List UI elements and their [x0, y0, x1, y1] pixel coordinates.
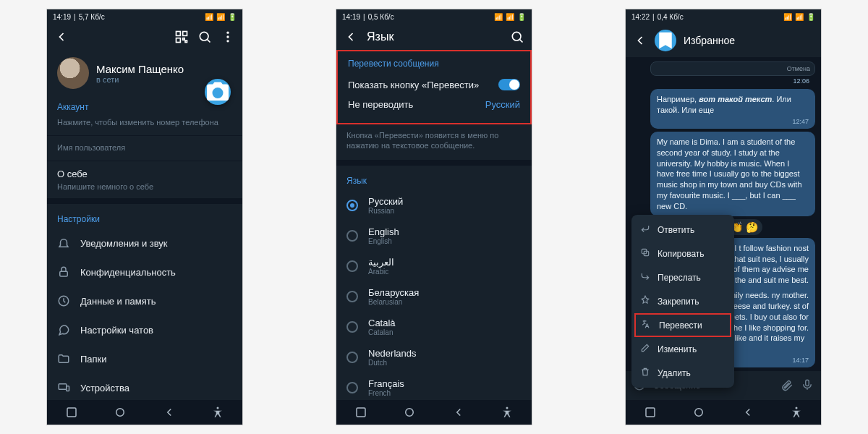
svg-rect-1 — [183, 32, 187, 36]
nav-back-icon[interactable] — [741, 406, 754, 419]
nav-home-icon[interactable] — [114, 406, 127, 419]
chat-message[interactable]: My name is Dima. I am a student of the s… — [650, 132, 815, 216]
status-time: 14:19 — [342, 13, 360, 21]
status-bar: 14:19 | 0,5 Кб/с 📶📶🔋 — [336, 9, 532, 24]
language-option[interactable]: EnglishEnglish — [336, 221, 532, 251]
radio-icon[interactable] — [346, 382, 358, 393]
settings-folders[interactable]: Папки — [47, 344, 242, 373]
svg-rect-12 — [67, 386, 69, 391]
translate-header: Перевести сообщения — [348, 59, 520, 75]
appbar — [47, 24, 242, 50]
nav-recents-icon[interactable] — [354, 406, 367, 419]
lock-icon — [57, 265, 70, 278]
menu-delete[interactable]: Удалить — [631, 361, 734, 385]
devices-icon — [57, 381, 70, 394]
translate-icon — [642, 319, 652, 331]
chat-body[interactable]: Отмена 12:06 Например, вот такой текст. … — [626, 57, 821, 400]
language-option[interactable]: БеларускаяBelarusian — [336, 281, 532, 312]
language-subtitle: French — [368, 389, 404, 397]
svg-point-7 — [226, 35, 229, 38]
svg-rect-24 — [806, 380, 809, 386]
status-speed: 0,5 Кб/с — [368, 13, 394, 21]
trash-icon — [640, 367, 650, 379]
nav-recents-icon[interactable] — [65, 406, 78, 419]
nav-home-icon[interactable] — [403, 406, 416, 419]
screen-chat: 14:22 | 0,4 Кб/с 📶📶🔋 Избранное Отмена 12… — [625, 9, 822, 425]
settings-chat[interactable]: Настройки чатов — [47, 315, 242, 344]
username-label[interactable]: Имя пользователя — [47, 137, 242, 159]
bio-title[interactable]: О себе — [47, 163, 242, 181]
toggle-on-icon[interactable] — [498, 79, 520, 90]
settings-devices[interactable]: Устройства — [47, 373, 242, 402]
radio-icon[interactable] — [346, 260, 358, 272]
chat-title[interactable]: Избранное — [684, 35, 735, 46]
language-option[interactable]: FrançaisFrench — [336, 373, 532, 403]
svg-point-17 — [512, 32, 521, 41]
svg-rect-11 — [59, 384, 67, 390]
status-icons: 📶📶🔋 — [494, 13, 526, 21]
section-language: Язык — [336, 166, 532, 190]
mini-card-time: 12:06 — [630, 77, 817, 86]
back-icon[interactable] — [633, 33, 647, 48]
back-icon[interactable] — [54, 30, 69, 44]
qr-icon[interactable] — [174, 30, 189, 44]
nav-accessibility-icon[interactable] — [501, 406, 514, 419]
svg-point-8 — [226, 40, 229, 42]
avatar[interactable] — [57, 57, 89, 89]
menu-reply[interactable]: Ответить — [631, 218, 734, 242]
nav-back-icon[interactable] — [452, 406, 465, 419]
radio-icon[interactable] — [346, 321, 358, 333]
show-translate-button-toggle[interactable]: Показать кнопку «Перевести» — [348, 75, 520, 95]
language-option[interactable]: NederlandsDutch — [336, 342, 532, 373]
svg-rect-3 — [183, 38, 185, 41]
android-navbar — [336, 400, 532, 425]
phone-hint[interactable]: Нажмите, чтобы изменить номер телефона — [47, 116, 242, 134]
forwarded-preview-card[interactable]: Отмена — [650, 61, 815, 76]
nav-accessibility-icon[interactable] — [211, 406, 224, 419]
radio-icon[interactable] — [346, 230, 358, 242]
settings-data[interactable]: Данные и память — [47, 286, 242, 315]
data-icon — [57, 294, 70, 307]
language-option[interactable]: РусскийRussian — [336, 190, 532, 221]
nav-back-icon[interactable] — [163, 406, 176, 419]
language-name: العربية — [368, 257, 394, 268]
menu-copy[interactable]: Копировать — [631, 242, 734, 265]
language-option[interactable]: العربيةArabic — [336, 251, 532, 281]
more-icon[interactable] — [221, 30, 235, 44]
menu-translate[interactable]: Перевести — [634, 313, 731, 337]
nav-accessibility-icon[interactable] — [790, 406, 803, 419]
svg-rect-4 — [185, 41, 187, 43]
settings-notifications[interactable]: Уведомления и звук — [47, 229, 242, 258]
settings-privacy[interactable]: Конфиденциальность — [47, 258, 242, 286]
language-name: Català — [368, 318, 396, 328]
menu-pin[interactable]: Закрепить — [631, 289, 734, 313]
status-time: 14:19 — [53, 13, 71, 21]
svg-rect-25 — [646, 408, 655, 417]
language-subtitle: Russian — [368, 207, 403, 215]
language-name: Nederlands — [368, 348, 417, 359]
change-photo-button[interactable] — [205, 79, 231, 105]
saved-messages-icon[interactable] — [655, 30, 676, 51]
menu-edit[interactable]: Изменить — [631, 337, 734, 361]
appbar: Язык — [336, 24, 532, 50]
radio-icon[interactable] — [346, 291, 358, 302]
mic-icon[interactable] — [801, 378, 814, 393]
svg-rect-0 — [176, 32, 181, 36]
do-not-translate-row[interactable]: Не переводить Русский — [348, 95, 520, 114]
menu-forward[interactable]: Переслать — [631, 265, 734, 289]
back-icon[interactable] — [344, 30, 358, 44]
svg-point-6 — [226, 32, 229, 34]
search-icon[interactable] — [197, 30, 212, 44]
radio-icon[interactable] — [346, 352, 358, 363]
radio-icon[interactable] — [346, 200, 358, 211]
nav-home-icon[interactable] — [692, 406, 705, 419]
svg-point-26 — [695, 409, 703, 417]
svg-point-19 — [406, 409, 414, 417]
page-title: Язык — [367, 30, 393, 43]
chat-message[interactable]: Например, вот такой текст. Или такой. Ил… — [650, 89, 815, 129]
reaction-emoji[interactable]: 🤔 — [746, 221, 758, 233]
search-icon[interactable] — [510, 30, 524, 44]
nav-recents-icon[interactable] — [644, 406, 657, 419]
attach-icon[interactable] — [780, 378, 793, 393]
language-option[interactable]: CatalàCatalan — [336, 312, 532, 342]
